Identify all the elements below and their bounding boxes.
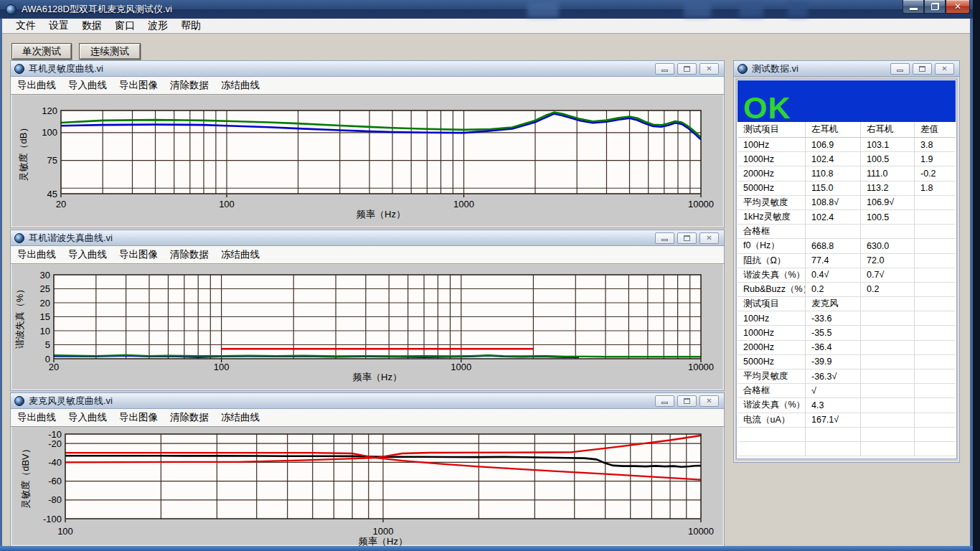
test-data-window: 测试数据.vi ✕ OK 测试项目左耳机右耳机差值 100Hz106.9103.… <box>733 60 960 463</box>
restore-icon <box>931 3 939 10</box>
vi-icon <box>14 396 24 406</box>
table-row: 谐波失真（%）4.3 <box>738 398 956 413</box>
table-cell: -0.2 <box>915 166 956 180</box>
table-row: 5000Hz115.0113.21.8 <box>738 182 956 196</box>
restore-button[interactable] <box>924 0 946 14</box>
close-button[interactable]: ✕ <box>699 63 719 75</box>
toolbar-export-curve[interactable]: 导出曲线 <box>17 79 56 92</box>
close-button[interactable]: ✕ <box>935 63 954 75</box>
table-header-cell: 差值 <box>915 122 956 137</box>
y-tick-label: 0 <box>45 354 50 364</box>
toolbar-export-image[interactable]: 导出图像 <box>119 79 158 92</box>
y-tick-label: 100 <box>42 127 57 138</box>
toolbar-export-image[interactable]: 导出图像 <box>119 411 158 424</box>
subwindow-titlebar: 耳机谐波失真曲线.vi ✕ <box>11 230 724 246</box>
maximize-button[interactable] <box>913 63 932 75</box>
toolbar-clear-data[interactable]: 清除数据 <box>170 248 209 261</box>
single-test-button[interactable]: 单次测试 <box>11 43 72 60</box>
menu-item-window[interactable]: 窗口 <box>108 19 141 32</box>
close-button[interactable]: ✕ <box>699 395 719 407</box>
table-cell: 5000Hz <box>738 355 806 369</box>
maximize-icon <box>684 235 690 241</box>
x-tick-label: 100 <box>214 362 230 372</box>
table-cell <box>861 413 915 427</box>
table-cell: Rub&Buzz（%） <box>738 283 806 296</box>
toolbar-clear-data[interactable]: 清除数据 <box>170 79 209 92</box>
table-cell: 1000Hz <box>738 326 806 339</box>
x-axis-title: 频率（Hz） <box>358 536 407 547</box>
minimize-button[interactable] <box>890 63 910 75</box>
toolbar-export-image[interactable]: 导出图像 <box>119 248 158 261</box>
toolbar-export-curve[interactable]: 导出曲线 <box>17 411 56 424</box>
menu-item-data[interactable]: 数据 <box>75 19 108 32</box>
table-cell <box>915 384 956 397</box>
menu-item-file[interactable]: 文件 <box>9 19 42 32</box>
window-controls: ✕ <box>903 0 970 14</box>
menu-item-settings[interactable]: 设置 <box>42 19 75 32</box>
table-cell: f0（Hz） <box>738 239 806 253</box>
x-tick-label: 1000 <box>451 362 471 372</box>
table-row <box>738 442 956 456</box>
x-axis-title: 频率（Hz） <box>352 372 402 382</box>
menu-item-help[interactable]: 帮助 <box>174 19 207 32</box>
table-cell <box>915 268 956 282</box>
table-cell <box>738 428 806 441</box>
toolbar-clear-data[interactable]: 清除数据 <box>170 411 209 424</box>
maximize-button[interactable] <box>677 63 697 75</box>
subwindow-controls: ✕ <box>890 63 956 75</box>
subwindow-title: 测试数据.vi <box>752 62 798 75</box>
close-icon: ✕ <box>706 397 712 405</box>
desktop-edge <box>973 0 980 551</box>
maximize-button[interactable] <box>677 232 697 244</box>
x-tick-label: 100 <box>219 199 235 209</box>
maximize-icon <box>684 66 690 72</box>
table-cell <box>806 428 861 441</box>
headphone-distortion-chart: 20100100010000302520151050频率（Hz）谐波失真（%） <box>14 270 723 383</box>
table-cell <box>915 355 956 369</box>
toolbar-freeze-curve[interactable]: 冻结曲线 <box>221 248 260 261</box>
minimize-button[interactable] <box>655 232 674 244</box>
close-button[interactable]: ✕ <box>699 232 719 244</box>
window-frame-left <box>0 19 2 551</box>
table-cell: 100.5 <box>861 210 915 224</box>
close-icon: ✕ <box>706 65 712 72</box>
subwindow-titlebar: 麦克风灵敏度曲线.vi ✕ <box>11 393 724 409</box>
maximize-button[interactable] <box>677 395 697 407</box>
table-cell <box>861 398 915 412</box>
microphone-sensitivity-chart: 100100010000-10-20-40-60-80-100频率（Hz）灵敏度… <box>14 429 723 547</box>
toolbar-import-curve[interactable]: 导入曲线 <box>68 248 107 261</box>
close-button[interactable]: ✕ <box>946 0 970 14</box>
minimize-button[interactable] <box>655 63 674 75</box>
table-cell: 100Hz <box>738 311 806 325</box>
table-cell <box>915 442 956 456</box>
table-row: 合格框√ <box>738 384 956 398</box>
table-header-row: 测试项目左耳机右耳机差值 <box>738 122 956 138</box>
window-frame-right <box>970 19 973 551</box>
table-cell <box>915 398 956 412</box>
table-cell <box>861 341 915 354</box>
toolbar-import-curve[interactable]: 导入曲线 <box>68 79 107 92</box>
toolbar-import-curve[interactable]: 导入曲线 <box>68 411 107 424</box>
toolbar-freeze-curve[interactable]: 冻结曲线 <box>221 411 260 424</box>
table-cell <box>915 297 956 311</box>
menu-item-waveform[interactable]: 波形 <box>141 19 174 32</box>
table-body: 100Hz106.9103.13.81000Hz102.4100.51.9200… <box>738 138 956 456</box>
y-tick-label: 5 <box>45 339 50 350</box>
table-cell <box>861 311 915 325</box>
minimize-button[interactable] <box>903 0 924 14</box>
table-cell <box>738 442 806 456</box>
minimize-button[interactable] <box>655 395 674 407</box>
table-cell <box>861 428 915 441</box>
minimize-icon <box>897 70 903 72</box>
table-cell <box>915 239 956 253</box>
toolbar-freeze-curve[interactable]: 冻结曲线 <box>221 79 260 92</box>
table-cell: 5000Hz <box>738 182 806 195</box>
table-cell: 0.7√ <box>861 268 915 282</box>
table-cell: 102.4 <box>806 210 861 224</box>
table-cell <box>915 254 956 268</box>
table-cell: 100Hz <box>738 138 806 151</box>
toolbar-export-curve[interactable]: 导出曲线 <box>17 248 56 261</box>
continuous-test-button[interactable]: 连续测试 <box>79 43 141 60</box>
table-row <box>738 428 956 442</box>
table-cell: √ <box>806 384 861 397</box>
